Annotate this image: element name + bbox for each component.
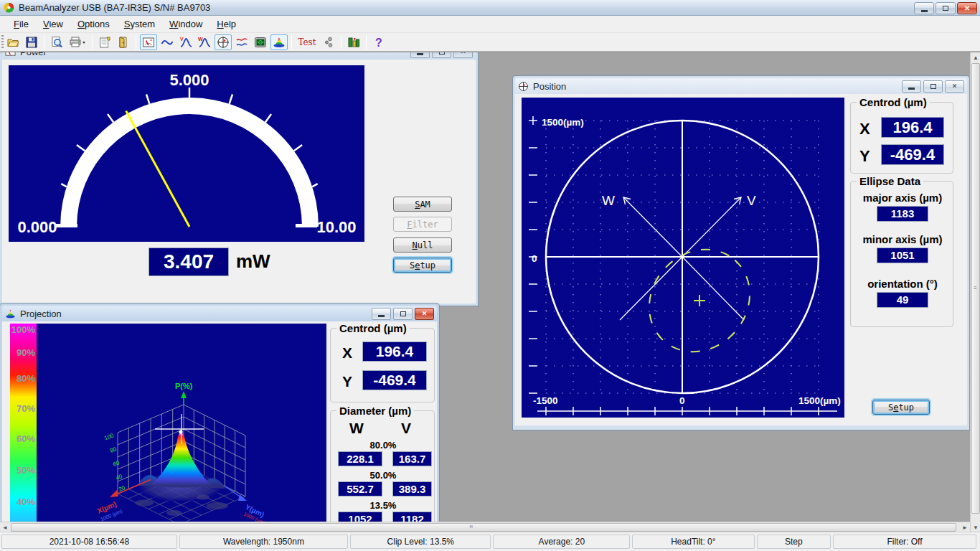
position-titlebar[interactable]: Position ✕: [515, 78, 967, 94]
projection-titlebar[interactable]: Projection ✕: [2, 306, 437, 321]
image-tool-button[interactable]: [252, 34, 269, 50]
position-close-button[interactable]: ✕: [945, 80, 964, 93]
status-step: Step: [757, 534, 831, 549]
power-close-button[interactable]: ✕: [453, 52, 473, 58]
power-minimize-button[interactable]: [410, 52, 430, 58]
null-button[interactable]: Null: [393, 237, 452, 253]
open-button[interactable]: [4, 34, 22, 50]
major-axis-value: 1183: [877, 206, 928, 222]
menu-options[interactable]: Options: [71, 17, 116, 32]
close-icon: ✕: [952, 83, 958, 90]
dots-tool-button[interactable]: [320, 34, 337, 50]
restore-button[interactable]: [936, 2, 956, 14]
centroid-y-label: Y: [859, 147, 870, 166]
toolbar-separator: [92, 35, 93, 50]
test-tool-button[interactable]: Test: [296, 34, 319, 50]
centroid-y-label: Y: [342, 373, 352, 390]
power-titlebar[interactable]: Power ✕: [2, 52, 476, 60]
maximize-icon: [930, 84, 936, 89]
z-axis-arrow: [181, 391, 187, 398]
scroll-left-arrow[interactable]: ◄: [0, 522, 10, 532]
scroll-down-arrow[interactable]: ▼: [971, 522, 980, 532]
trend-tool-button[interactable]: [159, 34, 176, 50]
orientation-value: 49: [877, 292, 928, 308]
floor-noise: [207, 502, 228, 509]
scroll-thumb-grip: ≡: [974, 285, 978, 291]
chart-tool-button[interactable]: [345, 34, 362, 50]
sam-button[interactable]: SAM: [393, 197, 452, 212]
filter-button[interactable]: Filter: [393, 217, 452, 232]
toolbar-separator: [341, 35, 341, 50]
properties-icon: [98, 36, 111, 49]
position-setup-button[interactable]: Setup: [872, 400, 930, 415]
projection-close-button[interactable]: ✕: [415, 308, 434, 320]
diameter-col-w: W: [349, 420, 364, 437]
position-maximize-button[interactable]: [923, 80, 943, 93]
z-axis-label: P(%): [175, 382, 193, 390]
centroid-x-label: X: [859, 120, 870, 138]
projection-minimize-button[interactable]: [372, 308, 391, 320]
position-tool-button[interactable]: [215, 34, 232, 50]
power-value-display: 3.407: [149, 248, 229, 276]
toolbar-grip[interactable]: [1, 35, 4, 50]
beamanalyzer-window: BeamAnalyzer USB (BA7-IR3E) S/N# BA9703 …: [0, 0, 980, 551]
power-unit-label: mW: [236, 250, 270, 273]
scroll-right-arrow[interactable]: ►: [960, 522, 970, 532]
diameter-row-pct: 80.0%: [331, 440, 435, 451]
horizontal-scroll-thumb[interactable]: ≡: [11, 523, 956, 532]
svg-text:100: 100: [103, 432, 115, 441]
power-title: Power: [20, 52, 47, 57]
centroid-y-value: -469.4: [362, 370, 427, 390]
svg-text:60: 60: [112, 459, 121, 468]
profile-v-tool-button[interactable]: V: [177, 34, 194, 50]
help-button[interactable]: ?: [370, 34, 387, 50]
print-button[interactable]: [67, 34, 88, 50]
projection-window: Projection ✕ 100% 90% 80% 70% 60% 50% 40…: [0, 303, 439, 532]
profiles-tool-button[interactable]: [233, 34, 250, 50]
orientation-label: orientation (°): [851, 278, 954, 290]
projection-tool-button[interactable]: [270, 34, 288, 50]
position-minimize-button[interactable]: [902, 80, 921, 93]
main-titlebar[interactable]: BeamAnalyzer USB (BA7-IR3E) S/N# BA9703 …: [0, 0, 980, 16]
menu-system[interactable]: System: [118, 17, 161, 32]
menu-file[interactable]: File: [7, 17, 35, 32]
mdi-horizontal-scrollbar[interactable]: ◄ ≡ ►: [0, 522, 970, 532]
toolbar: V W: [0, 33, 980, 52]
properties-button[interactable]: [96, 34, 113, 50]
power-meter-tool-button[interactable]: [140, 34, 157, 50]
exit-button[interactable]: [115, 34, 132, 50]
projection-maximize-button[interactable]: [393, 308, 413, 320]
centroid-y-value: -469.4: [881, 144, 944, 165]
profile-w-tool-button[interactable]: W: [196, 34, 213, 50]
save-button[interactable]: [23, 34, 40, 50]
position-window: Position ✕: [513, 76, 969, 430]
scroll-up-arrow[interactable]: ▲: [971, 52, 980, 62]
svg-text:80: 80: [109, 446, 118, 454]
menu-view[interactable]: View: [37, 17, 70, 32]
help-icon: ?: [372, 36, 385, 49]
gauge-needle: [126, 111, 189, 227]
minor-axis-label: minor axis (µm): [851, 233, 954, 245]
gauge-left-stub: [56, 224, 77, 227]
power-maximize-button[interactable]: [432, 52, 451, 58]
diameter-row-pct: 50.0%: [331, 470, 435, 481]
menu-window[interactable]: Window: [163, 17, 209, 32]
power-content: 5.000 0.000 10.00 3.407 mW SAM Filter Nu…: [2, 60, 476, 303]
x-axis-arrow: [110, 490, 118, 497]
status-average: Average: 20: [493, 534, 630, 549]
minimize-icon: [378, 315, 385, 317]
find-button[interactable]: [48, 34, 65, 50]
position-centroid-heading: Centrod (µm): [857, 96, 930, 108]
diameter-v-50: 389.3: [392, 481, 432, 496]
mdi-vertical-scrollbar[interactable]: ▲ ≡ ▼: [970, 52, 980, 532]
close-button[interactable]: ✕: [957, 2, 977, 14]
minimize-button[interactable]: [914, 2, 934, 14]
menu-help[interactable]: Help: [210, 17, 242, 32]
gauge-right-stub: [296, 224, 317, 227]
projection-title: Projection: [20, 309, 62, 319]
vertical-scroll-thumb[interactable]: ≡: [971, 63, 980, 514]
power-setup-button[interactable]: Setup: [393, 258, 452, 273]
gauge-top-label: 5.000: [169, 71, 209, 89]
dots-icon: [322, 36, 335, 49]
status-wavelength: Wavelength: 1950nm: [179, 534, 348, 549]
